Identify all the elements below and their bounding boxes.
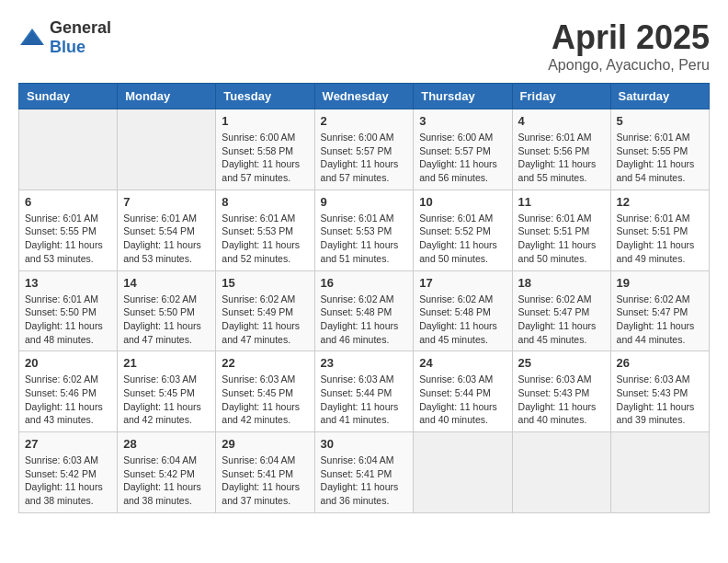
day-info: Sunrise: 6:03 AMSunset: 5:43 PMDaylight:… (617, 373, 703, 427)
day-info: Sunrise: 6:04 AMSunset: 5:42 PMDaylight:… (123, 454, 210, 508)
day-number: 2 (321, 114, 408, 128)
calendar-cell: 15Sunrise: 6:02 AMSunset: 5:49 PMDayligh… (216, 270, 314, 351)
weekday-header: Monday (118, 84, 216, 109)
logo-general: General (50, 18, 111, 37)
calendar-cell: 30Sunrise: 6:04 AMSunset: 5:41 PMDayligh… (314, 432, 414, 513)
weekday-header: Saturday (610, 84, 709, 109)
calendar-cell: 10Sunrise: 6:01 AMSunset: 5:52 PMDayligh… (414, 190, 512, 270)
day-info: Sunrise: 6:01 AMSunset: 5:50 PMDaylight:… (25, 293, 111, 347)
day-info: Sunrise: 6:00 AMSunset: 5:58 PMDaylight:… (222, 131, 308, 185)
day-number: 13 (25, 276, 111, 290)
calendar-week-row: 6Sunrise: 6:01 AMSunset: 5:55 PMDaylight… (19, 190, 710, 270)
day-info: Sunrise: 6:03 AMSunset: 5:45 PMDaylight:… (123, 373, 210, 427)
calendar-cell: 4Sunrise: 6:01 AMSunset: 5:56 PMDaylight… (512, 109, 610, 190)
day-number: 20 (25, 356, 111, 370)
calendar-cell (610, 432, 709, 513)
calendar-cell: 24Sunrise: 6:03 AMSunset: 5:44 PMDayligh… (414, 351, 512, 432)
day-number: 8 (222, 195, 308, 209)
day-info: Sunrise: 6:01 AMSunset: 5:54 PMDaylight:… (123, 212, 210, 266)
calendar-table: SundayMondayTuesdayWednesdayThursdayFrid… (18, 83, 710, 513)
month-title: April 2025 (548, 18, 710, 57)
calendar-cell: 12Sunrise: 6:01 AMSunset: 5:51 PMDayligh… (610, 190, 709, 270)
day-number: 14 (123, 276, 210, 290)
day-number: 24 (419, 356, 506, 370)
day-info: Sunrise: 6:00 AMSunset: 5:57 PMDaylight:… (321, 131, 408, 185)
day-number: 5 (617, 114, 703, 128)
day-number: 3 (419, 114, 506, 128)
calendar-cell: 18Sunrise: 6:02 AMSunset: 5:47 PMDayligh… (512, 270, 610, 351)
day-info: Sunrise: 6:03 AMSunset: 5:44 PMDaylight:… (419, 373, 506, 427)
day-info: Sunrise: 6:02 AMSunset: 5:49 PMDaylight:… (222, 293, 308, 347)
weekday-header: Sunday (19, 84, 118, 109)
day-number: 12 (617, 195, 703, 209)
calendar-cell: 21Sunrise: 6:03 AMSunset: 5:45 PMDayligh… (118, 351, 216, 432)
calendar-week-row: 13Sunrise: 6:01 AMSunset: 5:50 PMDayligh… (19, 270, 710, 351)
day-info: Sunrise: 6:01 AMSunset: 5:52 PMDaylight:… (419, 212, 506, 266)
calendar-cell: 1Sunrise: 6:00 AMSunset: 5:58 PMDaylight… (216, 109, 314, 190)
calendar-cell: 14Sunrise: 6:02 AMSunset: 5:50 PMDayligh… (118, 270, 216, 351)
day-info: Sunrise: 6:01 AMSunset: 5:53 PMDaylight:… (321, 212, 408, 266)
day-number: 16 (321, 276, 408, 290)
calendar-cell: 29Sunrise: 6:04 AMSunset: 5:41 PMDayligh… (216, 432, 314, 513)
day-info: Sunrise: 6:02 AMSunset: 5:46 PMDaylight:… (25, 373, 111, 427)
day-info: Sunrise: 6:01 AMSunset: 5:53 PMDaylight:… (222, 212, 308, 266)
day-info: Sunrise: 6:02 AMSunset: 5:50 PMDaylight:… (123, 293, 210, 347)
day-number: 1 (222, 114, 308, 128)
weekday-header: Tuesday (216, 84, 314, 109)
day-info: Sunrise: 6:02 AMSunset: 5:47 PMDaylight:… (518, 293, 605, 347)
day-number: 30 (321, 437, 408, 451)
calendar-cell: 7Sunrise: 6:01 AMSunset: 5:54 PMDaylight… (118, 190, 216, 270)
logo: General Blue (18, 18, 111, 57)
day-info: Sunrise: 6:03 AMSunset: 5:45 PMDaylight:… (222, 373, 308, 427)
calendar-week-row: 27Sunrise: 6:03 AMSunset: 5:42 PMDayligh… (19, 432, 710, 513)
day-info: Sunrise: 6:02 AMSunset: 5:48 PMDaylight:… (419, 293, 506, 347)
day-info: Sunrise: 6:04 AMSunset: 5:41 PMDaylight:… (321, 454, 408, 508)
day-info: Sunrise: 6:03 AMSunset: 5:44 PMDaylight:… (321, 373, 408, 427)
calendar-cell: 22Sunrise: 6:03 AMSunset: 5:45 PMDayligh… (216, 351, 314, 432)
calendar-week-row: 20Sunrise: 6:02 AMSunset: 5:46 PMDayligh… (19, 351, 710, 432)
title-area: April 2025 Apongo, Ayacucho, Peru (548, 18, 710, 74)
weekday-header: Friday (512, 84, 610, 109)
day-info: Sunrise: 6:01 AMSunset: 5:51 PMDaylight:… (617, 212, 703, 266)
calendar-cell: 16Sunrise: 6:02 AMSunset: 5:48 PMDayligh… (314, 270, 414, 351)
day-info: Sunrise: 6:01 AMSunset: 5:55 PMDaylight:… (617, 131, 703, 185)
header: General Blue April 2025 Apongo, Ayacucho… (18, 18, 710, 74)
calendar-cell: 25Sunrise: 6:03 AMSunset: 5:43 PMDayligh… (512, 351, 610, 432)
calendar-cell (414, 432, 512, 513)
day-number: 22 (222, 356, 308, 370)
calendar-cell: 8Sunrise: 6:01 AMSunset: 5:53 PMDaylight… (216, 190, 314, 270)
calendar-cell (19, 109, 118, 190)
day-number: 11 (518, 195, 605, 209)
location-title: Apongo, Ayacucho, Peru (548, 57, 710, 74)
day-info: Sunrise: 6:03 AMSunset: 5:42 PMDaylight:… (25, 454, 111, 508)
day-number: 9 (321, 195, 408, 209)
calendar-cell: 27Sunrise: 6:03 AMSunset: 5:42 PMDayligh… (19, 432, 118, 513)
day-number: 21 (123, 356, 210, 370)
calendar-cell: 9Sunrise: 6:01 AMSunset: 5:53 PMDaylight… (314, 190, 414, 270)
calendar-cell: 19Sunrise: 6:02 AMSunset: 5:47 PMDayligh… (610, 270, 709, 351)
calendar-cell: 20Sunrise: 6:02 AMSunset: 5:46 PMDayligh… (19, 351, 118, 432)
calendar-week-row: 1Sunrise: 6:00 AMSunset: 5:58 PMDaylight… (19, 109, 710, 190)
day-info: Sunrise: 6:01 AMSunset: 5:51 PMDaylight:… (518, 212, 605, 266)
calendar-cell: 6Sunrise: 6:01 AMSunset: 5:55 PMDaylight… (19, 190, 118, 270)
day-number: 17 (419, 276, 506, 290)
calendar-cell: 26Sunrise: 6:03 AMSunset: 5:43 PMDayligh… (610, 351, 709, 432)
day-info: Sunrise: 6:02 AMSunset: 5:48 PMDaylight:… (321, 293, 408, 347)
day-number: 19 (617, 276, 703, 290)
day-number: 23 (321, 356, 408, 370)
day-info: Sunrise: 6:03 AMSunset: 5:43 PMDaylight:… (518, 373, 605, 427)
day-info: Sunrise: 6:01 AMSunset: 5:56 PMDaylight:… (518, 131, 605, 185)
weekday-row: SundayMondayTuesdayWednesdayThursdayFrid… (19, 84, 710, 109)
day-number: 18 (518, 276, 605, 290)
day-number: 26 (617, 356, 703, 370)
day-number: 25 (518, 356, 605, 370)
weekday-header: Thursday (414, 84, 512, 109)
calendar-body: 1Sunrise: 6:00 AMSunset: 5:58 PMDaylight… (19, 109, 710, 513)
day-info: Sunrise: 6:02 AMSunset: 5:47 PMDaylight:… (617, 293, 703, 347)
day-number: 6 (25, 195, 111, 209)
day-number: 27 (25, 437, 111, 451)
day-number: 29 (222, 437, 308, 451)
calendar-cell (512, 432, 610, 513)
calendar-cell: 2Sunrise: 6:00 AMSunset: 5:57 PMDaylight… (314, 109, 414, 190)
day-number: 7 (123, 195, 210, 209)
